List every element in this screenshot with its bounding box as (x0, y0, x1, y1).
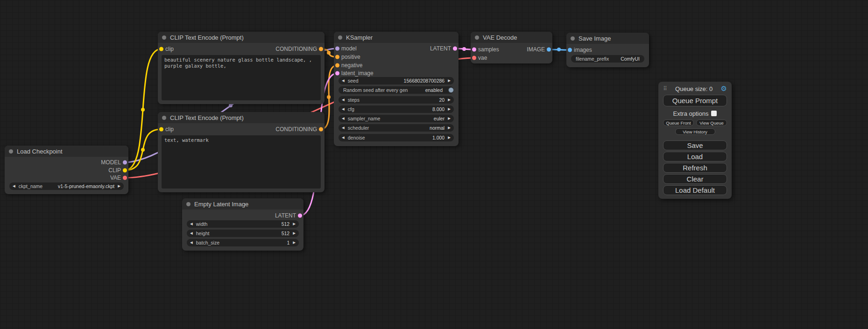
input-port-clip[interactable] (159, 47, 163, 51)
increment-arrow-icon[interactable]: ▶ (445, 124, 454, 132)
view-queue-button[interactable]: View Queue (696, 119, 727, 126)
widget-cfg[interactable]: ◀ cfg 8.000 ▶ (339, 105, 454, 113)
output-port-conditioning[interactable] (319, 47, 323, 51)
input-port-model[interactable] (335, 47, 339, 51)
output-slot-latent[interactable]: LATENT (275, 212, 296, 219)
input-slot-vae[interactable]: vae (478, 55, 487, 61)
input-port-latent-image[interactable] (335, 71, 339, 76)
node-clip-text-encode-positive[interactable]: CLIP Text Encode (Prompt) clip CONDITION… (158, 32, 325, 104)
increment-arrow-icon[interactable]: ▶ (445, 96, 454, 104)
input-slot-clip[interactable]: clip (165, 126, 174, 133)
output-slot-conditioning[interactable]: CONDITIONING (275, 126, 317, 133)
input-port-samples[interactable] (472, 48, 476, 52)
save-button[interactable]: Save (663, 140, 727, 150)
widget-ckpt-name[interactable]: ◀ ckpt_name v1-5-pruned-emaonly.ckpt ▶ (9, 182, 124, 190)
queue-prompt-button[interactable]: Queue Prompt (663, 95, 727, 106)
increment-arrow-icon[interactable]: ▶ (289, 230, 299, 237)
collapse-dot-icon[interactable] (571, 36, 575, 41)
queue-front-button[interactable]: Queue Front (663, 119, 694, 126)
widget-denoise[interactable]: ◀ denoise 1.000 ▶ (339, 134, 454, 141)
node-vae-decode[interactable]: VAE Decode samples vae IMAGE (471, 32, 552, 63)
collapse-dot-icon[interactable] (475, 35, 479, 40)
output-slot-model[interactable]: MODEL (101, 159, 121, 166)
widget-seed[interactable]: ◀ seed 156680208700286 ▶ (339, 77, 454, 84)
graph-canvas[interactable]: Load Checkpoint MODEL CLIP VAE ◀ ckpt_na… (0, 0, 868, 329)
decrement-arrow-icon[interactable]: ◀ (339, 115, 348, 122)
node-title-bar[interactable]: KSampler (334, 32, 459, 43)
input-slot-samples[interactable]: samples (478, 46, 499, 53)
widget-steps[interactable]: ◀ steps 20 ▶ (339, 96, 454, 104)
output-port-image[interactable] (547, 48, 551, 52)
input-slot-clip[interactable]: clip (165, 46, 174, 52)
input-port-clip[interactable] (159, 127, 163, 132)
increment-arrow-icon[interactable]: ▶ (445, 105, 454, 113)
input-slot-images[interactable]: images (574, 47, 592, 53)
input-port-images[interactable] (568, 48, 572, 52)
collapse-dot-icon[interactable] (162, 116, 166, 120)
load-default-button[interactable]: Load Default (663, 185, 727, 195)
output-port-clip[interactable] (123, 168, 127, 173)
increment-arrow-icon[interactable]: ▶ (445, 134, 454, 141)
node-title-bar[interactable]: Save Image (566, 33, 649, 44)
widget-batch-size[interactable]: ◀ batch_size 1 ▶ (187, 239, 299, 246)
output-port-conditioning[interactable] (319, 127, 323, 132)
collapse-dot-icon[interactable] (162, 35, 166, 40)
node-clip-text-encode-negative[interactable]: CLIP Text Encode (Prompt) clip CONDITION… (158, 112, 325, 192)
node-ksampler[interactable]: KSampler model positive negative latent_… (334, 32, 459, 146)
decrement-arrow-icon[interactable]: ◀ (339, 134, 348, 141)
view-history-button[interactable]: View History (675, 128, 715, 135)
decrement-arrow-icon[interactable]: ◀ (339, 105, 348, 113)
input-slot-negative[interactable]: negative (341, 62, 362, 69)
increment-arrow-icon[interactable]: ▶ (114, 182, 124, 190)
output-port-latent[interactable] (298, 214, 302, 218)
increment-arrow-icon[interactable]: ▶ (289, 239, 299, 246)
input-port-vae[interactable] (472, 56, 476, 60)
output-port-latent[interactable] (453, 47, 457, 51)
input-slot-latent-image[interactable]: latent_image (341, 70, 374, 77)
widget-width[interactable]: ◀ width 512 ▶ (187, 220, 299, 228)
output-port-vae[interactable] (123, 176, 127, 180)
output-slot-image[interactable]: IMAGE (527, 46, 545, 53)
input-port-negative[interactable] (335, 63, 339, 68)
decrement-arrow-icon[interactable]: ◀ (339, 96, 348, 104)
widget-random-seed-toggle[interactable]: Random seed after every gen enabled (339, 86, 454, 94)
output-slot-latent[interactable]: LATENT (430, 45, 451, 52)
output-slot-vae[interactable]: VAE (110, 175, 121, 181)
node-title-bar[interactable]: CLIP Text Encode (Prompt) (158, 112, 325, 123)
node-empty-latent-image[interactable]: Empty Latent Image LATENT ◀ width 512 ▶ … (182, 198, 303, 251)
extra-options-checkbox[interactable] (711, 111, 717, 116)
toggle-knob-icon[interactable] (448, 87, 454, 93)
widget-filename-prefix[interactable]: filename_prefix ComfyUI (571, 55, 644, 63)
output-slot-clip[interactable]: CLIP (108, 167, 121, 174)
clear-button[interactable]: Clear (663, 174, 727, 184)
load-button[interactable]: Load (663, 152, 727, 161)
node-title-bar[interactable]: Empty Latent Image (182, 198, 303, 210)
increment-arrow-icon[interactable]: ▶ (289, 220, 299, 228)
widget-scheduler[interactable]: ◀ scheduler normal ▶ (339, 124, 454, 132)
node-load-checkpoint[interactable]: Load Checkpoint MODEL CLIP VAE ◀ ckpt_na… (5, 146, 128, 194)
collapse-dot-icon[interactable] (186, 202, 191, 206)
node-save-image[interactable]: Save Image images filename_prefix ComfyU… (566, 33, 649, 67)
decrement-arrow-icon[interactable]: ◀ (339, 124, 348, 132)
increment-arrow-icon[interactable]: ▶ (445, 77, 454, 84)
input-port-positive[interactable] (335, 55, 339, 59)
decrement-arrow-icon[interactable]: ◀ (187, 230, 196, 237)
widget-sampler-name[interactable]: ◀ sampler_name euler ▶ (339, 115, 454, 122)
increment-arrow-icon[interactable]: ▶ (445, 115, 454, 122)
node-title-bar[interactable]: Load Checkpoint (5, 146, 128, 157)
collapse-dot-icon[interactable] (338, 35, 342, 40)
decrement-arrow-icon[interactable]: ◀ (9, 182, 19, 190)
drag-handle-icon[interactable]: ⠿ (663, 85, 667, 92)
decrement-arrow-icon[interactable]: ◀ (339, 77, 348, 84)
collapse-dot-icon[interactable] (9, 149, 13, 154)
decrement-arrow-icon[interactable]: ◀ (187, 239, 196, 246)
output-slot-conditioning[interactable]: CONDITIONING (275, 46, 317, 52)
settings-gear-icon[interactable]: ⚙ (721, 84, 727, 93)
refresh-button[interactable]: Refresh (663, 163, 727, 173)
input-slot-model[interactable]: model (341, 45, 357, 52)
decrement-arrow-icon[interactable]: ◀ (187, 220, 196, 228)
node-title-bar[interactable]: VAE Decode (471, 32, 552, 43)
widget-height[interactable]: ◀ height 512 ▶ (187, 230, 299, 237)
prompt-textarea[interactable]: text, watermark (162, 135, 321, 189)
prompt-textarea[interactable]: beautiful scenery nature glass bottle la… (162, 55, 321, 100)
